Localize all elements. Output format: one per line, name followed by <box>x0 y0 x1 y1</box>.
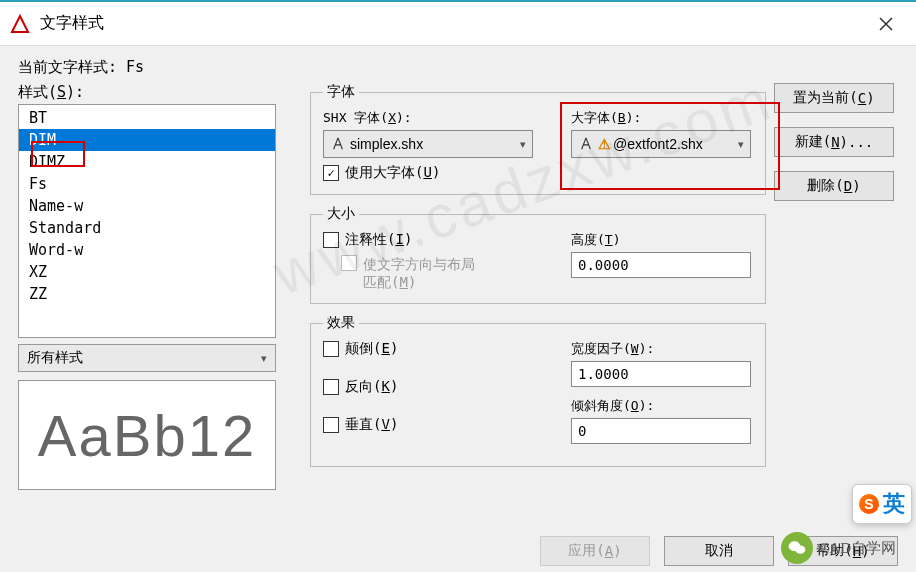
oblique-angle-label: 倾斜角度(O): <box>571 397 751 415</box>
bigfont-select[interactable]: ⚠ @extfont2.shx ▾ <box>571 130 751 158</box>
use-bigfont-label: 使用大字体(U) <box>345 164 440 182</box>
style-listbox[interactable]: BTDIMDIMZFsName-wStandardWord-wXZZZ <box>18 104 276 338</box>
annotative-label: 注释性(I) <box>345 231 412 249</box>
cancel-button[interactable]: 取消 <box>664 536 774 566</box>
wechat-icon <box>781 532 813 564</box>
style-filter-select[interactable]: 所有样式 ▾ <box>18 344 276 372</box>
current-style-label: 当前文字样式: Fs <box>18 58 898 77</box>
delete-style-button[interactable]: 删除(D) <box>774 171 894 201</box>
style-list-item[interactable]: DIMZ <box>19 151 275 173</box>
font-group-legend: 字体 <box>323 83 359 101</box>
dialog-title: 文字样式 <box>40 13 104 34</box>
checkbox-box: ✓ <box>323 165 339 181</box>
chevron-down-icon: ▾ <box>261 352 267 365</box>
checkbox-box <box>323 341 339 357</box>
vertical-label: 垂直(V) <box>345 416 398 434</box>
size-group-legend: 大小 <box>323 205 359 223</box>
backwards-checkbox[interactable]: 反向(K) <box>323 378 533 396</box>
ime-lang: 英 <box>883 489 905 519</box>
style-list-item[interactable]: Word-w <box>19 239 275 261</box>
style-preview: AaBb12 <box>18 380 276 490</box>
height-label: 高度(T) <box>571 231 751 249</box>
chevron-down-icon: ▾ <box>738 138 744 151</box>
checkbox-box <box>323 417 339 433</box>
brand-text: CAD自学网 <box>819 539 896 558</box>
style-list-item[interactable]: Standard <box>19 217 275 239</box>
text-style-dialog: 文字样式 当前文字样式: Fs 样式(S): BTDIMDIMZFsName-w… <box>0 0 916 572</box>
shx-font-label: SHX 字体(X): <box>323 109 533 127</box>
width-factor-label: 宽度因子(W): <box>571 340 751 358</box>
warning-icon: ⚠ <box>598 136 611 152</box>
match-orientation-label: 使文字方向与布局匹配(M) <box>363 255 475 291</box>
bigfont-value: @extfont2.shx <box>613 136 738 152</box>
annotative-checkbox[interactable]: 注释性(I) <box>323 231 533 249</box>
checkbox-box <box>323 232 339 248</box>
styles-label: 样式(S): <box>18 83 296 102</box>
svg-point-1 <box>796 546 806 554</box>
set-current-button[interactable]: 置为当前(C) <box>774 83 894 113</box>
checkbox-box <box>323 379 339 395</box>
style-list-item[interactable]: XZ <box>19 261 275 283</box>
new-style-button[interactable]: 新建(N)... <box>774 127 894 157</box>
height-input[interactable] <box>571 252 751 278</box>
app-logo-icon <box>10 14 30 34</box>
style-filter-value: 所有样式 <box>27 349 83 367</box>
compass-icon <box>578 136 594 152</box>
apply-button[interactable]: 应用(A) <box>540 536 650 566</box>
effects-group: 效果 颠倒(E) 反向(K) <box>310 314 766 467</box>
match-orientation-checkbox: 使文字方向与布局匹配(M) <box>341 255 533 291</box>
use-bigfont-checkbox[interactable]: ✓ 使用大字体(U) <box>323 164 533 182</box>
shx-font-value: simplex.shx <box>350 136 520 152</box>
style-list-item[interactable]: DIM <box>19 129 275 151</box>
compass-icon <box>330 136 346 152</box>
bigfont-label: 大字体(B): <box>571 109 751 127</box>
backwards-label: 反向(K) <box>345 378 398 396</box>
upside-down-checkbox[interactable]: 颠倒(E) <box>323 340 533 358</box>
chevron-down-icon: ▾ <box>520 138 526 151</box>
vertical-checkbox[interactable]: 垂直(V) <box>323 416 533 434</box>
size-group: 大小 注释性(I) 使文字方向与布局匹配(M) <box>310 205 766 304</box>
style-list-item[interactable]: BT <box>19 107 275 129</box>
ime-indicator[interactable]: S 英 <box>852 484 912 524</box>
effects-group-legend: 效果 <box>323 314 359 332</box>
style-list-item[interactable]: Fs <box>19 173 275 195</box>
shx-font-select[interactable]: simplex.shx ▾ <box>323 130 533 158</box>
brand-overlay: CAD自学网 <box>781 532 896 564</box>
oblique-angle-input[interactable] <box>571 418 751 444</box>
style-list-item[interactable]: ZZ <box>19 283 275 305</box>
sogou-icon: S <box>859 494 879 514</box>
checkbox-box <box>341 255 357 271</box>
upside-down-label: 颠倒(E) <box>345 340 398 358</box>
close-button[interactable] <box>866 4 906 44</box>
width-factor-input[interactable] <box>571 361 751 387</box>
style-list-item[interactable]: Name-w <box>19 195 275 217</box>
titlebar: 文字样式 <box>0 2 916 46</box>
font-group: 字体 SHX 字体(X): simplex.shx ▾ <box>310 83 766 195</box>
